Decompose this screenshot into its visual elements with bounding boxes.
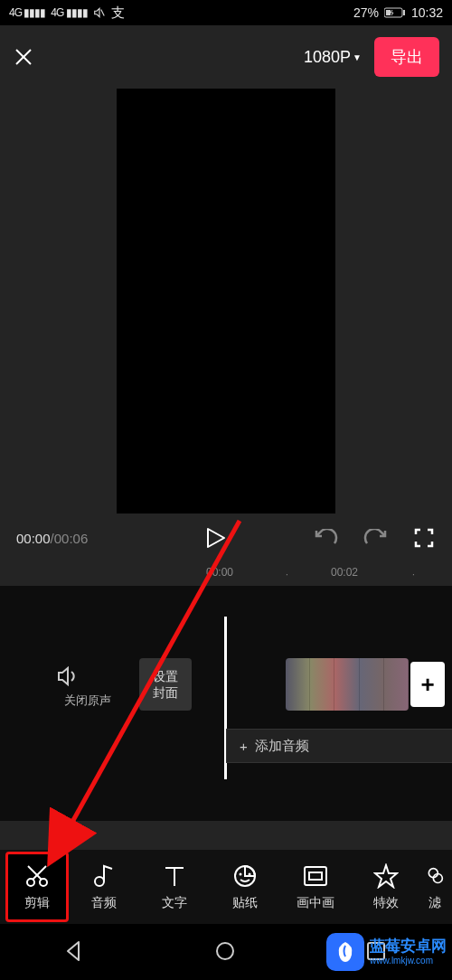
add-audio-label: 添加音频 xyxy=(255,738,309,755)
battery-percent: 27% xyxy=(353,5,379,20)
resolution-selector[interactable]: 1080P ▼ xyxy=(304,48,362,67)
svg-line-0 xyxy=(100,10,104,16)
tool-effects[interactable]: 特效 xyxy=(351,862,421,911)
fullscreen-button[interactable] xyxy=(412,526,436,550)
nav-back[interactable] xyxy=(62,939,88,965)
watermark-url: www.lmkjw.com xyxy=(370,956,447,966)
status-right: 27% 10:32 xyxy=(353,5,443,20)
music-icon xyxy=(92,862,116,890)
editor-top-bar: 1080P ▼ 导出 xyxy=(0,25,452,89)
ruler-tick: 00:02 xyxy=(331,566,358,579)
signal-4g-1: 4G ▮▮▮▮ xyxy=(9,6,45,19)
undo-button[interactable] xyxy=(315,526,338,550)
tool-audio[interactable]: 音频 xyxy=(69,862,139,911)
svg-point-10 xyxy=(95,877,104,886)
add-audio-track[interactable]: + 添加音频 xyxy=(226,729,452,763)
status-left: 4G ▮▮▮▮ 4G ▮▮▮▮ 支 xyxy=(9,5,125,22)
sticker-icon xyxy=(232,862,258,890)
svg-rect-15 xyxy=(309,872,322,880)
set-cover-button[interactable]: 设置 封面 xyxy=(139,658,192,711)
status-bar: 4G ▮▮▮▮ 4G ▮▮▮▮ 支 27% 10:32 xyxy=(0,0,452,25)
effects-icon xyxy=(373,862,399,890)
tool-label: 特效 xyxy=(373,895,399,911)
video-clip[interactable] xyxy=(286,658,409,711)
ruler-dot: · xyxy=(286,570,288,580)
watermark-title: 蓝莓安卓网 xyxy=(370,938,447,956)
resolution-label: 1080P xyxy=(304,48,351,67)
scissors-icon xyxy=(24,862,50,890)
total-time: 00:06 xyxy=(54,531,89,546)
svg-point-18 xyxy=(217,943,233,959)
ruler-dot: · xyxy=(412,570,415,580)
ruler-tick: 00:00 xyxy=(206,566,233,579)
tool-label: 音频 xyxy=(91,895,117,911)
tool-text[interactable]: 文字 xyxy=(139,862,210,911)
tool-pip[interactable]: 画中画 xyxy=(280,862,351,911)
timecode: 00:00/00:06 xyxy=(16,531,206,546)
caret-down-icon: ▼ xyxy=(353,52,362,62)
tool-label: 剪辑 xyxy=(24,895,50,911)
redo-button[interactable] xyxy=(363,526,387,550)
export-label: 导出 xyxy=(391,48,423,66)
tool-label: 贴纸 xyxy=(232,895,258,911)
tool-label: 滤 xyxy=(428,895,441,911)
watermark: 蓝莓安卓网 www.lmkjw.com xyxy=(326,933,447,971)
play-button[interactable] xyxy=(206,527,246,549)
video-preview[interactable] xyxy=(117,89,335,514)
tool-sticker[interactable]: 贴纸 xyxy=(210,862,280,911)
text-icon xyxy=(164,862,185,890)
tool-label: 文字 xyxy=(162,895,187,911)
nav-home[interactable] xyxy=(213,939,239,965)
export-button[interactable]: 导出 xyxy=(374,37,439,77)
svg-rect-14 xyxy=(305,867,326,885)
mute-label: 关闭原声 xyxy=(56,693,119,709)
bottom-toolbar: 剪辑 音频 文字 贴纸 画中画 特效 滤 xyxy=(0,850,452,924)
timeline[interactable]: 关闭原声 设置 封面 + + 添加音频 xyxy=(0,586,452,821)
clock: 10:32 xyxy=(411,5,443,20)
battery-icon xyxy=(384,7,406,18)
mute-icon xyxy=(93,6,106,19)
tool-filter[interactable]: 滤 xyxy=(421,862,448,911)
tool-edit[interactable]: 剪辑 xyxy=(5,852,69,922)
add-clip-button[interactable]: + xyxy=(410,662,445,707)
alipay-icon: 支 xyxy=(111,5,125,22)
pip-icon xyxy=(303,862,328,890)
signal-4g-2: 4G ▮▮▮▮ xyxy=(51,6,87,19)
preview-area xyxy=(0,89,452,514)
filter-icon xyxy=(426,862,444,890)
mute-original-audio[interactable]: 关闭原声 xyxy=(56,665,119,709)
watermark-logo xyxy=(326,933,364,971)
close-button[interactable] xyxy=(13,46,49,68)
svg-rect-2 xyxy=(403,10,405,15)
current-time: 00:00 xyxy=(16,531,51,546)
plus-icon: + xyxy=(240,739,248,754)
timeline-ruler[interactable]: 00:00 · 00:02 · xyxy=(0,562,452,586)
playback-controls: 00:00/00:06 xyxy=(0,514,452,562)
svg-rect-3 xyxy=(386,10,391,15)
tool-label: 画中画 xyxy=(297,895,334,911)
